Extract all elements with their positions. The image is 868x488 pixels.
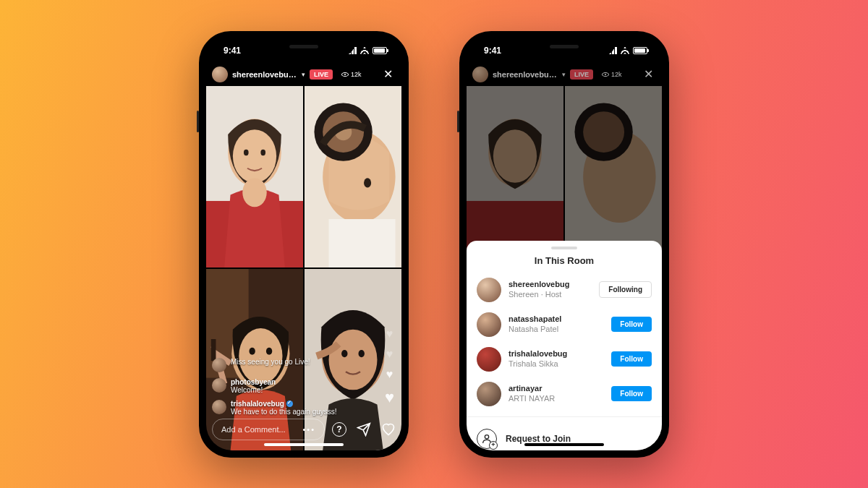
- wifi-icon: [359, 47, 370, 54]
- room-participant: trishalalovebug Trishala Sikka Follow: [477, 343, 652, 376]
- request-join-icon: +: [477, 429, 497, 449]
- battery-icon: [633, 47, 647, 54]
- participant-user[interactable]: natasshapatel: [509, 314, 561, 325]
- video-cell-1[interactable]: [206, 86, 303, 267]
- phone-right: 9:41 shereenlovebug, n... ▾ LIVE 12k ✕: [459, 31, 669, 458]
- participant-sub: Trishala Sikka: [509, 359, 567, 369]
- participant-user[interactable]: trishalalovebug: [509, 349, 567, 359]
- home-indicator[interactable]: [264, 443, 344, 446]
- svg-point-33: [583, 111, 624, 153]
- eye-icon: [341, 72, 349, 77]
- svg-rect-30: [565, 86, 662, 267]
- commenter-avatar[interactable]: [212, 378, 226, 393]
- svg-point-19: [266, 347, 272, 354]
- participant-avatar[interactable]: [477, 347, 501, 372]
- viewer-count[interactable]: 12k: [597, 69, 626, 80]
- notch: [253, 38, 354, 56]
- close-icon[interactable]: ✕: [380, 67, 396, 81]
- home-indicator[interactable]: [524, 443, 604, 446]
- action-bar: Add a Comment... ••• ?: [212, 419, 396, 440]
- video-cell-1: [467, 86, 563, 267]
- participant-avatar[interactable]: [477, 312, 501, 337]
- comment-item: photosbyean Welcome!: [212, 378, 396, 394]
- viewer-count[interactable]: 12k: [337, 69, 366, 80]
- svg-point-6: [242, 178, 266, 207]
- wifi-icon: [620, 47, 630, 54]
- svg-rect-12: [329, 219, 396, 267]
- host-name[interactable]: shereenlovebug, n...: [493, 70, 558, 79]
- svg-point-24: [341, 350, 347, 357]
- comment-user[interactable]: photosbyean: [231, 378, 276, 386]
- chevron-down-icon[interactable]: ▾: [562, 71, 566, 78]
- heart-icon: ♥: [386, 328, 393, 341]
- participant-sub: Shereen · Host: [509, 290, 569, 300]
- comment-placeholder: Add a Comment...: [221, 425, 286, 434]
- participant-avatar[interactable]: [477, 382, 501, 406]
- svg-point-28: [488, 119, 542, 187]
- eye-icon: [602, 72, 609, 77]
- live-header: shereenlovebug, n... ▾ LIVE 12k ✕: [472, 64, 656, 85]
- request-label: Request to Join: [506, 434, 571, 444]
- questions-icon[interactable]: ?: [332, 422, 346, 437]
- follow-button[interactable]: Follow: [611, 386, 652, 401]
- room-participant: natasshapatel Natasha Patel Follow: [477, 308, 652, 341]
- room-participant: artinayar ARTI NAYAR Follow: [477, 377, 652, 411]
- participant-sub: ARTI NAYAR: [509, 394, 555, 404]
- participant-avatar[interactable]: [477, 278, 501, 302]
- participant-sub: Natasha Patel: [509, 325, 561, 335]
- separator: [467, 416, 662, 417]
- follow-button[interactable]: Follow: [611, 317, 652, 332]
- commenter-avatar[interactable]: [212, 400, 226, 414]
- comment-text: Miss seeing you go Live!: [231, 358, 310, 366]
- host-avatar[interactable]: [472, 67, 488, 82]
- participant-user[interactable]: shereenlovebug: [509, 280, 569, 290]
- host-avatar[interactable]: [212, 67, 228, 82]
- svg-point-4: [244, 149, 249, 155]
- commenter-avatar[interactable]: [212, 358, 226, 372]
- live-badge: LIVE: [310, 69, 333, 80]
- participant-user[interactable]: artinayar: [509, 384, 555, 394]
- svg-rect-26: [467, 86, 563, 267]
- following-button[interactable]: Following: [599, 281, 652, 298]
- battery-icon: [373, 47, 387, 54]
- status-time: 9:41: [484, 46, 501, 56]
- host-name[interactable]: shereenlovebug, n...: [232, 70, 297, 79]
- notch: [514, 38, 615, 56]
- follow-button[interactable]: Follow: [611, 351, 652, 367]
- room-participant: shereenlovebug Shereen · Host Following: [477, 273, 652, 307]
- sheet-title: In This Room: [467, 252, 662, 273]
- status-time: 9:41: [224, 46, 241, 56]
- chevron-down-icon[interactable]: ▾: [302, 71, 305, 78]
- svg-point-25: [359, 350, 365, 357]
- comment-text: We have to do this again guysss!: [231, 408, 337, 416]
- viewer-count-text: 12k: [611, 71, 622, 78]
- like-icon[interactable]: [381, 422, 396, 437]
- viewer-count-text: 12k: [351, 71, 362, 78]
- svg-point-31: [583, 130, 655, 222]
- verified-badge-icon: [286, 401, 293, 407]
- comment-item: Miss seeing you go Live!: [212, 358, 396, 372]
- phone-left: 9:41 shereenlovebug, n... ▾ LIVE 12k ✕: [199, 31, 409, 458]
- close-icon[interactable]: ✕: [641, 67, 656, 81]
- send-icon[interactable]: [357, 422, 371, 437]
- comment-user-name: trishalalovebug: [231, 400, 284, 408]
- svg-point-5: [260, 149, 265, 155]
- comments-overlay: Miss seeing you go Live! photosbyean Wel…: [212, 358, 396, 416]
- comment-input[interactable]: Add a Comment... •••: [212, 419, 325, 440]
- svg-point-32: [574, 103, 632, 160]
- svg-point-18: [249, 347, 255, 354]
- comment-user[interactable]: trishalalovebug: [231, 400, 337, 408]
- video-cell-2: [565, 86, 662, 267]
- video-cell-2[interactable]: [305, 86, 401, 267]
- room-sheet: In This Room shereenlovebug Shereen · Ho…: [467, 241, 662, 450]
- room-list: shereenlovebug Shereen · Host Following …: [467, 273, 662, 411]
- comment-item: trishalalovebug We have to do this again…: [212, 400, 396, 416]
- live-header: shereenlovebug, n... ▾ LIVE 12k ✕: [212, 64, 396, 85]
- svg-point-13: [364, 178, 371, 187]
- sheet-handle[interactable]: [551, 247, 577, 249]
- comment-text: Welcome!: [231, 386, 276, 394]
- svg-point-3: [233, 129, 276, 183]
- more-icon[interactable]: •••: [302, 425, 315, 434]
- live-badge: LIVE: [570, 69, 593, 80]
- svg-point-36: [485, 435, 488, 438]
